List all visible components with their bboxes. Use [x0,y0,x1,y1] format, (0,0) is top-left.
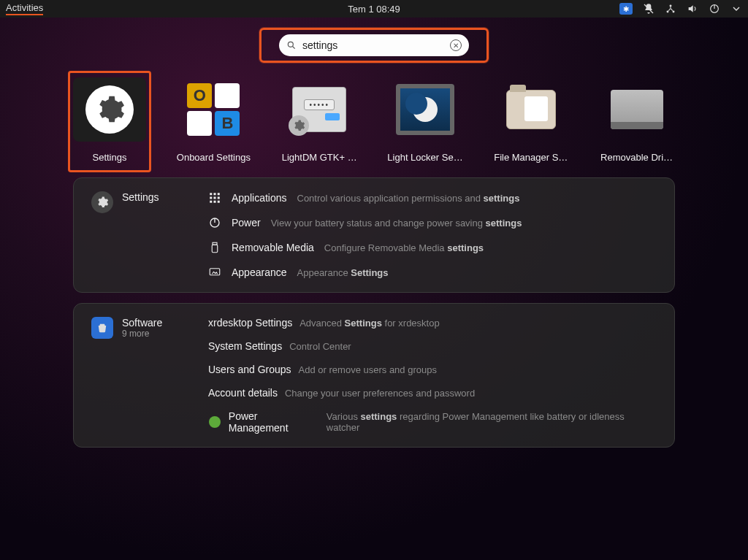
row-label: Power Management [229,410,319,434]
row-label: Account details [208,387,278,399]
svg-rect-11 [210,197,212,199]
chevron-down-icon[interactable] [730,3,742,15]
svg-rect-9 [214,193,216,195]
svg-rect-8 [210,193,212,195]
row-desc: Advanced Settings for xrdesktop [299,318,440,329]
screensaver-icon [396,84,454,135]
row-desc: Add or remove users and groups [299,364,437,375]
panel-subtitle[interactable]: 9 more [122,329,162,339]
row-desc: Appearance Settings [297,267,389,278]
app-results-row: Settings OB Onboard Settings ••••• Light… [0,67,748,177]
software-row-power-management[interactable]: Power Management Various settings regard… [208,410,657,434]
svg-point-6 [288,42,293,47]
onboard-icon: OB [187,83,240,136]
appearance-icon [208,266,221,279]
software-store-icon [91,317,113,339]
panel-header-software: Software 9 more [91,317,201,434]
status-dot-icon [208,415,221,429]
row-label: xrdesktop Settings [208,317,292,329]
settings-row-power[interactable]: Power View your battery status and chang… [208,216,657,229]
power-icon [208,216,221,229]
app-tile-settings[interactable]: Settings [68,71,151,172]
software-row-xrdesktop[interactable]: xrdesktop Settings Advanced Settings for… [208,317,657,329]
svg-rect-16 [218,201,220,203]
row-desc: Change your user preferences and passwor… [285,388,475,399]
software-row-system-settings[interactable]: System Settings Control Center [208,340,657,352]
row-label: Appearance [232,266,287,278]
bluetooth-icon[interactable]: ✱ [619,3,633,15]
row-label: Power [232,217,261,229]
panel-title: Software [122,317,162,329]
app-label: LightDM GTK+ … [282,152,357,163]
settings-row-applications[interactable]: Applications Control various application… [208,191,657,204]
software-row-users-groups[interactable]: Users and Groups Add or remove users and… [208,364,657,375]
search-field[interactable]: ✕ [279,34,469,56]
app-label: Onboard Settings [177,152,251,163]
row-desc: Control various application permissions … [297,193,520,204]
search-input[interactable] [302,39,444,51]
svg-rect-14 [210,201,212,203]
row-label: Applications [232,192,287,204]
software-results-panel: Software 9 more xrdesktop Settings Advan… [73,303,675,448]
svg-point-3 [670,5,672,7]
app-tile-lightdm-gtk[interactable]: ••••• LightDM GTK+ … [281,77,358,163]
clear-search-button[interactable]: ✕ [450,39,462,51]
app-tile-file-manager[interactable]: File Manager S… [492,77,569,163]
app-label: File Manager S… [494,152,568,163]
lightdm-icon: ••••• [292,87,346,132]
svg-point-2 [673,11,675,13]
activities-button[interactable]: Activities [6,2,43,15]
app-tile-removable-drives[interactable]: Removable Dri… [598,77,675,163]
settings-row-appearance[interactable]: Appearance Appearance Settings [208,266,657,279]
row-label: Users and Groups [208,364,291,375]
folder-icon [506,90,556,129]
app-tile-light-locker[interactable]: Light Locker Se… [387,77,464,163]
row-label: System Settings [208,340,282,352]
usb-icon [208,241,221,254]
svg-rect-12 [214,197,216,199]
svg-rect-20 [212,245,218,253]
row-desc: View your battery status and change powe… [271,218,522,229]
row-desc: Control Center [289,341,351,352]
power-icon[interactable] [709,3,720,15]
panel-title: Settings [122,191,159,203]
clock[interactable]: Tem 1 08:49 [348,4,400,15]
search-icon [286,40,297,50]
panel-header-settings: Settings [91,191,201,279]
gear-icon [85,85,134,134]
row-label: Removable Media [232,242,314,253]
svg-point-1 [667,11,669,13]
notifications-muted-icon[interactable] [643,3,654,15]
svg-rect-13 [218,197,220,199]
settings-row-removable-media[interactable]: Removable Media Configure Removable Medi… [208,241,657,254]
row-desc: Various settings regarding Power Managem… [327,411,657,433]
gear-icon [91,191,113,213]
system-tray: ✱ [619,3,742,15]
app-tile-onboard-settings[interactable]: OB Onboard Settings [175,77,252,163]
network-icon[interactable] [665,3,676,15]
row-desc: Configure Removable Media settings [324,242,484,253]
svg-line-7 [293,47,295,49]
svg-rect-21 [210,269,220,275]
svg-rect-15 [214,201,216,203]
settings-results-panel: Settings Applications Control various ap… [73,177,675,293]
app-label: Settings [93,152,127,163]
software-row-account-details[interactable]: Account details Change your user prefere… [208,387,657,399]
app-label: Light Locker Se… [387,152,462,163]
volume-icon[interactable] [687,3,698,15]
search-highlight: ✕ [259,28,489,63]
top-bar: Activities Tem 1 08:49 ✱ [0,0,748,18]
app-label: Removable Dri… [600,152,673,163]
drive-icon [611,90,663,129]
grid-icon [208,191,221,204]
svg-rect-10 [218,193,220,195]
